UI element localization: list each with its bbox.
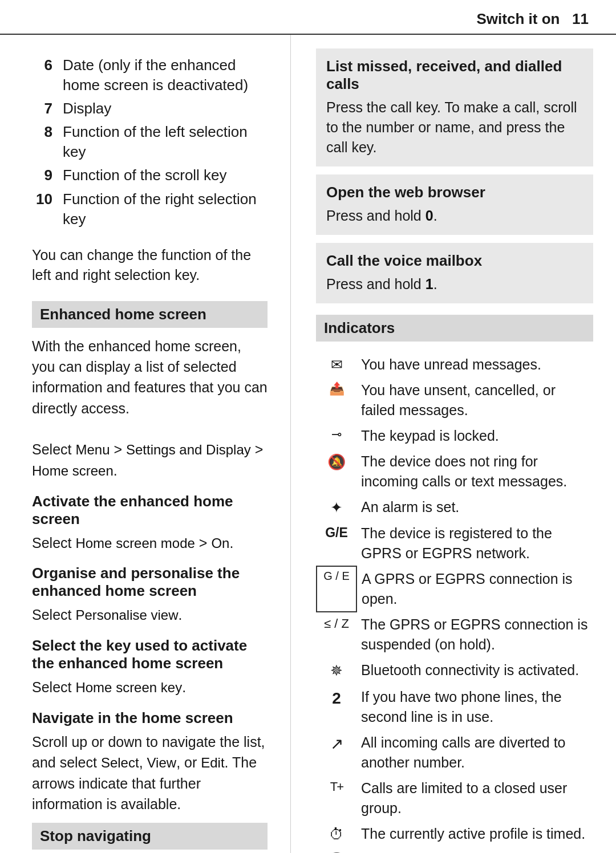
indicators-header: Indicators [316, 315, 593, 342]
main-content: 6 Date (only if the enhanced home screen… [0, 35, 616, 853]
indicator-desc: All incoming calls are diverted to anoth… [356, 730, 593, 775]
indicator-icon: G/E [317, 521, 356, 566]
indicator-desc: A GPRS or EGPRS connection is open. [356, 566, 593, 612]
indicator-row: T+ Calls are limited to a closed user gr… [317, 775, 593, 821]
list-item: 10 Function of the right selection key [32, 189, 268, 229]
indicator-row: 2 If you have two phone lines, the secon… [317, 684, 593, 730]
indicator-row: 🔕 The device does not ring for incoming … [317, 449, 593, 494]
activate-body: Select Home screen mode > On. [32, 533, 268, 554]
page-header: Switch it on 11 [0, 0, 616, 35]
indicator-row: ✉ You have unread messages. [317, 352, 593, 377]
list-item: 7 Display [32, 99, 268, 119]
indicator-icon: 🔕 [317, 449, 356, 494]
header-title-text: Switch it on [477, 10, 560, 27]
page-title: Switch it on 11 [477, 10, 589, 28]
organise-body: Select Personalise view. [32, 604, 268, 625]
indicator-icon: 📤 [317, 377, 356, 423]
indicator-row: G/E The device is registered to the GPRS… [317, 521, 593, 566]
indicator-row: G / E A GPRS or EGPRS connection is open… [317, 566, 593, 612]
indicator-desc: An alarm is set. [356, 494, 593, 521]
indicator-row: ✦ An alarm is set. [317, 494, 593, 521]
left-column: 6 Date (only if the enhanced home screen… [0, 35, 291, 853]
list-item: 6 Date (only if the enhanced home screen… [32, 55, 268, 95]
indicator-icon: 2 [317, 684, 356, 730]
indicator-row: ⊸ The keypad is locked. [317, 423, 593, 449]
stop-navigating-header: Stop navigating [32, 823, 268, 850]
list-item: 8 Function of the left selection key [32, 122, 268, 162]
indicator-row: ⏱ The currently active profile is timed. [317, 821, 593, 847]
indicator-icon: ✵ [317, 657, 356, 684]
navigate-body: Scroll up or down to navigate the list, … [32, 732, 268, 815]
list-item: 9 Function of the scroll key [32, 165, 268, 185]
call-mailbox-body: Press and hold 1. [326, 274, 583, 294]
enhanced-home-screen-body: With the enhanced home screen, you can d… [32, 336, 268, 481]
indicator-icon: T+ [317, 775, 356, 821]
indicator-icon: 🎧 [317, 847, 356, 853]
list-missed-title: List missed, received, and dialled calls [326, 58, 583, 93]
indicators-table: ✉ You have unread messages. 📤 You have u… [316, 352, 593, 853]
indicator-icon: ⏱ [317, 821, 356, 847]
open-browser-block: Open the web browser Press and hold 0. [316, 174, 593, 235]
open-browser-title: Open the web browser [326, 184, 583, 201]
indicator-desc: A headset is connected to the device. [356, 847, 593, 853]
call-mailbox-title: Call the voice mailbox [326, 252, 583, 270]
indicator-desc: The keypad is locked. [356, 423, 593, 449]
list-missed-block: List missed, received, and dialled calls… [316, 48, 593, 166]
numbered-list: 6 Date (only if the enhanced home screen… [32, 55, 268, 229]
indicator-icon: G / E [317, 566, 356, 612]
indicator-row: ✵ Bluetooth connectivity is activated. [317, 657, 593, 684]
indicator-desc: Bluetooth connectivity is activated. [356, 657, 593, 684]
select-key-title: Select the key used to activate the enha… [32, 637, 268, 672]
enhanced-home-screen-header: Enhanced home screen [32, 301, 268, 328]
indicator-row: 🎧 A headset is connected to the device. [317, 847, 593, 853]
indicator-desc: You have unread messages. [356, 352, 593, 377]
indicator-icon: ✉ [317, 352, 356, 377]
call-mailbox-block: Call the voice mailbox Press and hold 1. [316, 243, 593, 303]
indicator-icon: ✦ [317, 494, 356, 521]
indicator-row: ↗ All incoming calls are diverted to ano… [317, 730, 593, 775]
indicator-desc: The device does not ring for incoming ca… [356, 449, 593, 494]
page-number: 11 [572, 10, 589, 27]
organise-title: Organise and personalise the enhanced ho… [32, 564, 268, 600]
menu-reference: Select Menu > Settings and Display >Home… [32, 441, 263, 478]
activate-title: Activate the enhanced home screen [32, 493, 268, 528]
navigate-title: Navigate in the home screen [32, 709, 268, 727]
indicator-row: ≤ / Z The GPRS or EGPRS connection is su… [317, 612, 593, 657]
right-column: List missed, received, and dialled calls… [291, 35, 616, 853]
indicator-icon: ↗ [317, 730, 356, 775]
change-note: You can change the function of the left … [32, 245, 268, 285]
indicator-desc: The device is registered to the GPRS or … [356, 521, 593, 566]
page: Switch it on 11 6 Date (only if the enha… [0, 0, 616, 853]
open-browser-body: Press and hold 0. [326, 206, 583, 226]
select-key-body: Select Home screen key. [32, 677, 268, 698]
indicator-icon: ≤ / Z [317, 612, 356, 657]
right-col-top: List missed, received, and dialled calls… [316, 35, 593, 853]
indicator-row: 📤 You have unsent, cancelled, or failed … [317, 377, 593, 423]
list-missed-body: Press the call key. To make a call, scro… [326, 98, 583, 157]
indicator-icon: ⊸ [317, 423, 356, 449]
indicator-desc: You have unsent, cancelled, or failed me… [356, 377, 593, 423]
indicator-desc: The currently active profile is timed. [356, 821, 593, 847]
indicator-desc: If you have two phone lines, the second … [356, 684, 593, 730]
indicator-desc: The GPRS or EGPRS connection is suspende… [356, 612, 593, 657]
indicator-desc: Calls are limited to a closed user group… [356, 775, 593, 821]
